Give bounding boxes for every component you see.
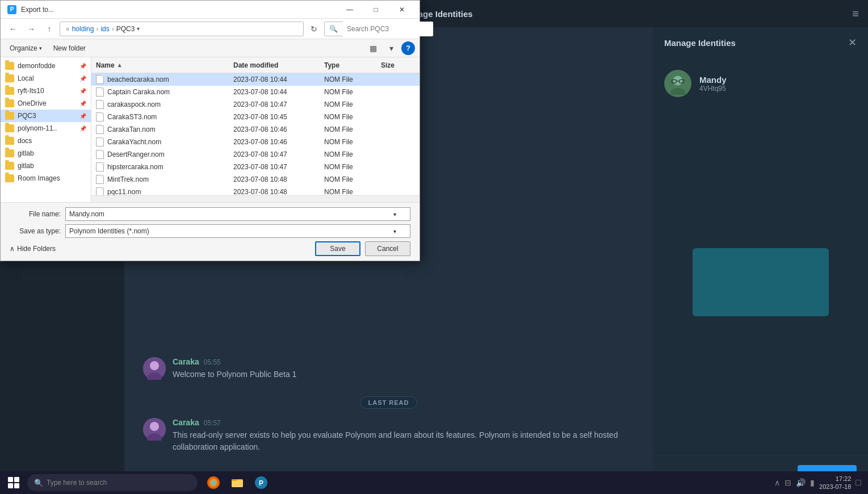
table-row[interactable]: hipstercaraka.nom 2023-07-08 10:47 NOM F… (91, 161, 420, 173)
message-body: Caraka 05:55 Welcome to Polynom Public B… (173, 357, 634, 380)
minimize-button[interactable]: — (337, 1, 363, 19)
new-folder-button[interactable]: New folder (49, 41, 90, 55)
folder-item[interactable]: gitlab (1, 147, 91, 160)
pin-icon: 📌 (79, 76, 86, 82)
table-row[interactable]: beachedcaraka.nom 2023-07-08 10:44 NOM F… (91, 73, 420, 86)
breadcrumb-holding[interactable]: holding (72, 25, 94, 33)
last-read-badge: LAST READ (360, 396, 418, 409)
file-date: 2023-07-08 10:47 (233, 163, 324, 171)
pin-icon: 📌 (79, 63, 86, 69)
dialog-addressbar: ← → ↑ « holding › ids › PQC3 ▾ ↻ 🔍 (1, 19, 420, 39)
horizontal-scrollbar[interactable] (91, 195, 420, 202)
pin-icon: 📌 (79, 125, 86, 132)
folder-item-name: Room Images (18, 174, 86, 182)
help-button[interactable]: ? (401, 41, 415, 55)
maximize-button[interactable]: □ (363, 1, 389, 19)
folder-item-name: ryft-Its10 (18, 87, 76, 95)
view-toggle-button[interactable]: ▦ (365, 41, 381, 55)
dropdown-arrow-icon: ▾ (393, 211, 396, 217)
folder-item[interactable]: demonfodde 📌 (1, 60, 91, 72)
file-type: NOM File (324, 163, 381, 171)
file-type: NOM File (324, 188, 381, 195)
col-name[interactable]: Name ▲ (96, 61, 233, 69)
folder-item[interactable]: Room Images (1, 172, 91, 185)
message-body: Caraka 05:57 This read-only server exist… (173, 418, 634, 453)
file-icon (96, 175, 104, 184)
notification-icon[interactable]: □ (856, 478, 861, 488)
search-placeholder: Type here to search (47, 479, 107, 487)
forward-button[interactable]: → (23, 21, 39, 37)
savetype-select[interactable]: Polynom Identities (*.nom) ▾ (65, 224, 410, 238)
file-date: 2023-07-08 10:46 (233, 138, 324, 146)
organize-button[interactable]: Organize ▾ (5, 41, 47, 55)
folder-pane: demonfodde 📌 Local 📌 ryft-Its10 📌 OneDri… (1, 57, 91, 202)
table-row[interactable]: CarakaST3.nom 2023-07-08 10:45 NOM File (91, 111, 420, 123)
taskbar-search[interactable]: 🔍 Type here to search (27, 474, 198, 491)
folder-item[interactable]: Local 📌 (1, 72, 91, 85)
file-list-body[interactable]: beachedcaraka.nom 2023-07-08 10:44 NOM F… (91, 73, 420, 195)
cancel-button[interactable]: Cancel (365, 241, 410, 256)
start-button[interactable] (2, 472, 25, 493)
folder-item[interactable]: docs (1, 135, 91, 147)
dialog-toolbar: Organize ▾ New folder ▦ ▾ ? (1, 39, 420, 57)
table-row[interactable]: CarakaTan.nom 2023-07-08 10:46 NOM File (91, 123, 420, 136)
up-button[interactable]: ↑ (41, 21, 57, 37)
col-type[interactable]: Type (324, 61, 381, 69)
folder-icon (5, 137, 14, 145)
col-date[interactable]: Date modified (233, 61, 324, 69)
speaker-icon[interactable]: 🔊 (796, 478, 806, 487)
savetype-row: Save as type: Polynom Identities (*.nom)… (10, 224, 410, 238)
pin-icon: 📌 (79, 113, 86, 119)
file-date: 2023-07-08 10:47 (233, 150, 324, 158)
table-row[interactable]: carakaspock.nom 2023-07-08 10:47 NOM Fil… (91, 98, 420, 111)
chat-message: Caraka 05:55 Welcome to Polynom Public B… (143, 357, 634, 380)
avatar (143, 357, 166, 380)
taskbar-app-firefox[interactable] (202, 472, 225, 493)
battery-icon[interactable]: ▮ (810, 478, 815, 487)
menu-icon[interactable]: ≡ (852, 7, 859, 20)
address-breadcrumb[interactable]: « holding › ids › PQC3 ▾ (60, 22, 304, 36)
back-button[interactable]: ← (5, 21, 21, 37)
close-button[interactable]: ✕ (389, 1, 415, 19)
save-button[interactable]: Save (315, 241, 360, 256)
taskbar-clock: 17:22 2023-07-18 (819, 475, 851, 491)
organize-label: Organize (10, 44, 37, 52)
folder-item-name: PQC3 (18, 112, 76, 120)
filename-input[interactable]: Mandy.nom ▾ (65, 207, 410, 221)
search-input[interactable] (342, 22, 433, 36)
taskbar-app-files[interactable] (226, 472, 249, 493)
breadcrumb-ids[interactable]: ids (100, 25, 109, 33)
folder-item[interactable]: OneDrive 📌 (1, 97, 91, 110)
table-row[interactable]: Captain Caraka.nom 2023-07-08 10:44 NOM … (91, 86, 420, 98)
file-icon (96, 187, 104, 195)
folder-item[interactable]: gitlab (1, 160, 91, 172)
folder-icon (5, 174, 14, 182)
close-icon[interactable]: ✕ (848, 36, 857, 49)
systray-arrow-icon[interactable]: ∧ (774, 478, 780, 487)
view-dropdown-button[interactable]: ▾ (383, 41, 399, 55)
col-size[interactable]: Size (381, 61, 415, 69)
refresh-button[interactable]: ↻ (306, 21, 322, 37)
file-type: NOM File (324, 101, 381, 108)
table-row[interactable]: DesertRanger.nom 2023-07-08 10:47 NOM Fi… (91, 148, 420, 161)
hide-folders-button[interactable]: ∧ Hide Folders (10, 245, 56, 253)
table-row[interactable]: pqc11.nom 2023-07-08 10:48 NOM File (91, 186, 420, 195)
taskbar-app-polynom[interactable]: P (250, 472, 272, 493)
network-icon[interactable]: ⊟ (785, 478, 791, 487)
dialog-titlebar: P Export to... — □ ✕ (1, 1, 420, 19)
table-row[interactable]: MintTrek.nom 2023-07-08 10:48 NOM File (91, 173, 420, 186)
dialog-bottom: File name: Mandy.nom ▾ Save as type: Pol… (1, 202, 420, 261)
taskbar-apps: P (202, 472, 272, 493)
file-date: 2023-07-08 10:45 (233, 113, 324, 121)
breadcrumb-chevron-icon[interactable]: ▾ (137, 26, 140, 32)
folder-item-pqc3[interactable]: PQC3 📌 (1, 110, 91, 122)
table-row[interactable]: CarakaYacht.nom 2023-07-08 10:46 NOM Fil… (91, 136, 420, 148)
file-name: MintTrek.nom (107, 175, 233, 183)
file-date: 2023-07-08 10:44 (233, 88, 324, 96)
folder-item[interactable]: polynom-11.. 📌 (1, 122, 91, 135)
file-date: 2023-07-08 10:48 (233, 175, 324, 183)
file-name: CarakaTan.nom (107, 125, 233, 133)
search-icon: 🔍 (34, 479, 43, 487)
folder-item[interactable]: ryft-Its10 📌 (1, 85, 91, 97)
svg-text:P: P (259, 479, 263, 487)
